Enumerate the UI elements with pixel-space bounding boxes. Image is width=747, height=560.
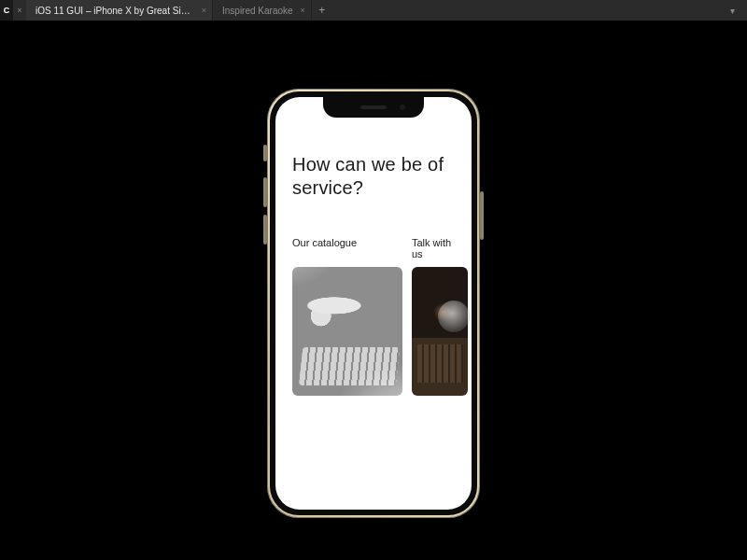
tab-label: Inspired Karaoke	[222, 6, 293, 16]
classic-car-image	[292, 267, 402, 396]
close-icon[interactable]: ×	[301, 6, 305, 15]
app-badge: C	[0, 0, 13, 21]
new-tab-button[interactable]: +	[312, 0, 332, 21]
side-button	[480, 191, 484, 240]
close-icon[interactable]: ×	[202, 6, 206, 15]
card-our-catalogue[interactable]	[292, 267, 402, 396]
card-label-talk[interactable]: Talk with us	[412, 237, 455, 259]
card-talk-with-us[interactable]	[412, 267, 468, 396]
close-icon[interactable]: ×	[13, 0, 26, 21]
tabs-overflow-button[interactable]: ▾	[723, 0, 741, 21]
iphone-x-mockup: How can we be of service? Our catalogue …	[267, 89, 480, 518]
card-labels-row: Our catalogue Talk with us	[292, 237, 455, 259]
chevron-down-icon: ▾	[730, 6, 735, 16]
workshop-image	[412, 267, 468, 396]
page-title: How can we be of service?	[292, 153, 455, 200]
card-label-catalogue[interactable]: Our catalogue	[292, 237, 395, 259]
app-content: How can we be of service? Our catalogue …	[275, 97, 472, 510]
tab-ios-gui[interactable]: iOS 11 GUI – iPhone X by Great Simp... ×	[26, 0, 213, 21]
window-tabbar: C × iOS 11 GUI – iPhone X by Great Simp.…	[0, 0, 747, 21]
plus-icon: +	[318, 4, 325, 17]
tab-label: iOS 11 GUI – iPhone X by Great Simp...	[35, 6, 194, 16]
notch	[323, 97, 424, 118]
cards-row[interactable]	[292, 267, 455, 396]
tab-inspired-karaoke[interactable]: Inspired Karaoke ×	[213, 0, 312, 21]
phone-screen: How can we be of service? Our catalogue …	[275, 97, 472, 510]
speaker-icon	[360, 105, 387, 109]
camera-icon	[400, 105, 405, 110]
canvas-stage[interactable]: How can we be of service? Our catalogue …	[0, 21, 747, 560]
